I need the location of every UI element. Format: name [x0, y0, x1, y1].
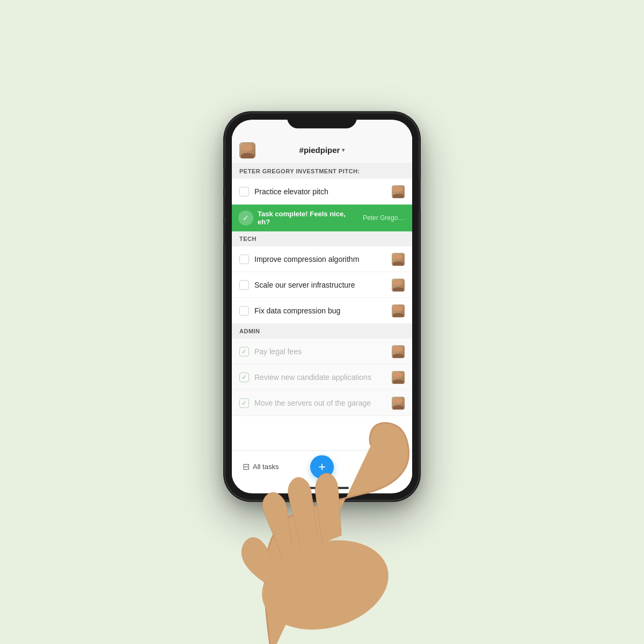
notch: [287, 113, 357, 128]
toast-reference: Peter Gregory Inv: [363, 214, 406, 222]
task-row[interactable]: Scale our server infrastructure: [232, 272, 412, 298]
task-checkbox[interactable]: [239, 187, 249, 196]
task-avatar: [392, 279, 405, 291]
task-text: Scale our server infrastructure: [254, 281, 392, 289]
task-avatar: [392, 185, 405, 198]
header-title[interactable]: #piedpiper ▾: [299, 145, 345, 155]
task-text: Practice elevator pitch: [254, 187, 392, 196]
workspace-name: #piedpiper: [299, 145, 340, 155]
task-text: Fix data compression bug: [254, 306, 392, 315]
task-checkbox[interactable]: [239, 254, 249, 264]
section-header-peter-gregory: PETER GREGORY INVESTMENT PITCH:: [232, 164, 412, 179]
header-avatar: [239, 142, 255, 158]
toast-message: Task complete! Feels nice, eh?: [258, 210, 358, 226]
section-header-tech: TECH: [232, 231, 412, 246]
task-row[interactable]: Improve compression algorithm: [232, 246, 412, 272]
task-avatar: [392, 253, 405, 266]
task-checkbox[interactable]: [239, 306, 249, 316]
task-avatar: [392, 304, 405, 317]
task-row[interactable]: Fix data compression bug: [232, 298, 412, 324]
scene: #piedpiper ▾ PETER GREGORY INVESTMENT PI…: [0, 0, 644, 644]
app-header: #piedpiper ▾: [232, 137, 412, 164]
task-text: Improve compression algorithm: [254, 255, 392, 264]
hand-illustration: [164, 333, 540, 644]
avatar-face: [239, 142, 255, 158]
chevron-down-icon: ▾: [342, 147, 345, 153]
task-checkbox[interactable]: [239, 280, 249, 290]
toast-checkmark-icon: ✓: [238, 210, 253, 225]
task-row[interactable]: Practice elevator pitch: [232, 179, 412, 204]
toast-notification: ✓ Task complete! Feels nice, eh? Peter G…: [232, 204, 412, 231]
